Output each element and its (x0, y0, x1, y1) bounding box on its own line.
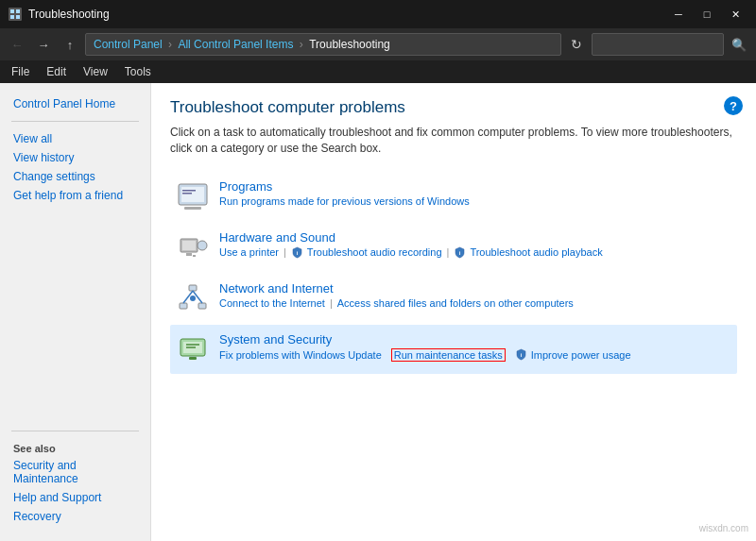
window-icon (8, 7, 23, 22)
hw-sub-audio-record[interactable]: Troubleshoot audio recording (307, 246, 442, 258)
sidebar-spacer (0, 205, 150, 415)
svg-rect-6 (181, 187, 204, 202)
hardware-link[interactable]: Hardware and Sound (219, 230, 730, 245)
sidebar-divider-2 (11, 431, 139, 431)
network-icon (176, 281, 210, 315)
system-content: System and Security Fix problems with Wi… (219, 332, 730, 362)
svg-rect-13 (186, 253, 192, 256)
main-layout: Control Panel Home View all View history… (0, 83, 756, 541)
menu-view[interactable]: View (76, 63, 115, 80)
hw-sub-printer[interactable]: Use a printer (219, 246, 279, 258)
hardware-icon (176, 230, 210, 264)
sidebar-change-settings[interactable]: Change settings (0, 167, 150, 186)
page-title: Troubleshoot computer problems (170, 98, 737, 117)
svg-rect-19 (198, 303, 206, 309)
system-icon (176, 332, 210, 366)
watermark: wisxdn.com (699, 523, 748, 533)
help-icon[interactable]: ? (724, 96, 743, 115)
path-part-3: Troubleshooting (309, 38, 390, 51)
title-bar: Troubleshooting ─ □ ✕ (0, 0, 756, 28)
sidebar-divider-1 (11, 121, 139, 122)
category-network: Network and Internet Connect to the Inte… (170, 274, 737, 323)
programs-sub-link-1[interactable]: Run programs made for previous versions … (219, 195, 470, 207)
menu-tools[interactable]: Tools (117, 63, 159, 80)
maximize-button[interactable]: □ (694, 5, 720, 24)
svg-point-22 (190, 296, 196, 301)
svg-rect-3 (10, 15, 14, 19)
hardware-links: Use a printer | i Troubleshoot audio rec… (219, 246, 730, 259)
content-area: ? Troubleshoot computer problems Click o… (151, 83, 756, 541)
search-button[interactable]: 🔍 (728, 33, 750, 56)
menu-edit[interactable]: Edit (39, 63, 74, 80)
svg-rect-18 (180, 303, 187, 309)
up-button[interactable]: ↑ (59, 33, 81, 56)
forward-button[interactable]: → (32, 33, 55, 56)
network-content: Network and Internet Connect to the Inte… (219, 281, 730, 309)
category-system: System and Security Fix problems with Wi… (170, 325, 737, 374)
sidebar-view-history[interactable]: View history (0, 148, 150, 167)
back-button[interactable]: ← (6, 33, 28, 56)
sidebar-recovery[interactable]: Recovery (0, 507, 150, 526)
see-also-label: See also (0, 439, 150, 456)
hardware-content: Hardware and Sound Use a printer | i Tro… (219, 230, 730, 259)
path-part-2: All Control Panel Items (178, 38, 293, 51)
net-sub-shared[interactable]: Access shared files and folders on other… (337, 297, 574, 309)
category-programs: Programs Run programs made for previous … (170, 172, 737, 221)
svg-rect-17 (189, 285, 197, 291)
sidebar-help-support[interactable]: Help and Support (0, 488, 150, 507)
see-also-section: See also Security and Maintenance Help a… (0, 415, 150, 530)
menu-bar: File Edit View Tools (0, 60, 756, 83)
window-controls: ─ □ ✕ (665, 5, 748, 24)
window-title: Troubleshooting (28, 8, 665, 21)
sidebar-security-maintenance[interactable]: Security and Maintenance (0, 456, 150, 488)
programs-links: Run programs made for previous versions … (219, 195, 730, 207)
sidebar: Control Panel Home View all View history… (0, 83, 151, 541)
address-bar: ← → ↑ Control Panel › All Control Panel … (0, 28, 756, 60)
programs-link[interactable]: Programs (219, 179, 730, 194)
shield-icon-2: i (454, 246, 466, 259)
address-field[interactable]: Control Panel › All Control Panel Items … (85, 33, 561, 56)
system-links: Fix problems with Windows Update Run mai… (219, 348, 730, 362)
programs-icon (176, 179, 210, 213)
sidebar-view-all[interactable]: View all (0, 129, 150, 148)
search-input[interactable] (592, 33, 724, 56)
address-path: Control Panel › All Control Panel Items … (94, 38, 390, 51)
sidebar-control-panel-home[interactable]: Control Panel Home (0, 94, 150, 113)
shield-icon-3: i (515, 348, 527, 361)
sys-sub-power[interactable]: Improve power usage (531, 349, 631, 361)
sys-sub-windows-update[interactable]: Fix problems with Windows Update (219, 349, 382, 361)
category-hardware: Hardware and Sound Use a printer | i Tro… (170, 223, 737, 272)
refresh-button[interactable]: ↻ (565, 33, 588, 56)
path-part-1: Control Panel (94, 38, 163, 51)
network-links: Connect to the Internet | Access shared … (219, 297, 730, 309)
svg-rect-1 (10, 9, 14, 13)
svg-rect-8 (182, 190, 196, 192)
close-button[interactable]: ✕ (722, 5, 748, 24)
shield-icon-1: i (291, 246, 303, 259)
network-link[interactable]: Network and Internet (219, 281, 730, 296)
svg-rect-25 (189, 357, 197, 360)
svg-rect-11 (182, 241, 196, 250)
sidebar-get-help[interactable]: Get help from a friend (0, 186, 150, 205)
hw-sub-audio-play[interactable]: Troubleshoot audio playback (470, 246, 602, 258)
svg-point-12 (198, 241, 207, 250)
minimize-button[interactable]: ─ (665, 5, 692, 24)
system-link[interactable]: System and Security (219, 332, 730, 347)
svg-rect-4 (16, 15, 20, 19)
sys-sub-maintenance[interactable]: Run maintenance tasks (391, 348, 506, 362)
net-sub-connect[interactable]: Connect to the Internet (219, 297, 325, 309)
programs-content: Programs Run programs made for previous … (219, 179, 730, 207)
svg-rect-7 (184, 207, 201, 210)
svg-rect-9 (182, 193, 192, 194)
page-description: Click on a task to automatically trouble… (170, 125, 737, 157)
svg-rect-2 (16, 9, 20, 13)
menu-file[interactable]: File (4, 63, 37, 80)
